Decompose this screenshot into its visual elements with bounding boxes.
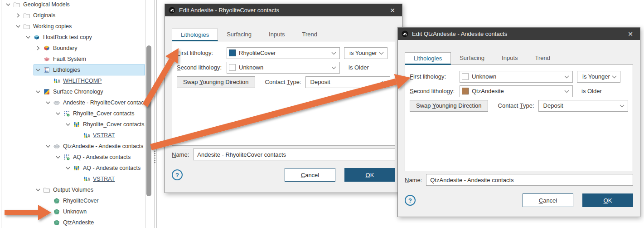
tree-item-andesite-rhyolitecover-contacts[interactable]: Andesite - RhyoliteCover contacts bbox=[44, 97, 145, 108]
splitter-line-right bbox=[156, 0, 157, 228]
app-logo-icon bbox=[402, 30, 408, 37]
tab-lithologies[interactable]: Lithologies bbox=[405, 52, 451, 65]
chevron-down-icon[interactable] bbox=[14, 23, 23, 30]
second-relation-text: is Older bbox=[349, 64, 369, 71]
volume-icon bbox=[53, 219, 60, 226]
name-input[interactable] bbox=[426, 174, 633, 186]
litho-icon bbox=[43, 66, 50, 74]
ok-button[interactable]: OK bbox=[344, 168, 395, 182]
cancel-button[interactable]: Cancel bbox=[523, 193, 573, 207]
chevron-down-icon bbox=[564, 88, 569, 94]
name-label: Name: bbox=[172, 151, 189, 158]
boundary-icon bbox=[43, 45, 50, 52]
chevron-right-icon[interactable] bbox=[14, 12, 23, 19]
chevron-down-icon[interactable] bbox=[34, 88, 43, 95]
tree-item-qtzandesite-andesite-contacts[interactable]: QtzAndesite - Andesite contacts bbox=[44, 141, 145, 152]
first-lithology-label: First lithology: bbox=[177, 50, 227, 56]
tree-item-working-copies[interactable]: Working copies bbox=[14, 21, 145, 32]
ok-button[interactable]: OK bbox=[582, 193, 633, 207]
tree-item-fault-system[interactable]: Fault System bbox=[34, 54, 145, 64]
columns-a-icon: A bbox=[82, 175, 90, 183]
tree-item-rhyolite-cover-contacts[interactable]: Rhyolite_Cover contacts bbox=[63, 119, 145, 130]
tree-item-hostrock-test-copy[interactable]: HostRock test copy bbox=[24, 32, 145, 43]
contact-type-select[interactable]: Deposit bbox=[538, 100, 628, 112]
chevron-down-icon[interactable] bbox=[53, 110, 63, 117]
swap-younging-direction-button[interactable]: Swap Younging Direction bbox=[410, 100, 488, 112]
second-lithology-label: Second lithology: bbox=[177, 64, 227, 71]
chevron-down-icon[interactable] bbox=[34, 186, 43, 193]
model-icon bbox=[33, 34, 40, 41]
chevron-spacer bbox=[44, 219, 53, 226]
tree-item-unknown[interactable]: Unknown bbox=[44, 206, 145, 217]
tree-item-rhyolitecover[interactable]: RhyoliteCover bbox=[44, 195, 145, 206]
close-icon[interactable]: ✕ bbox=[625, 30, 635, 38]
contact-type-label: Contact Type: bbox=[498, 102, 534, 109]
contact-type-value: Deposit bbox=[543, 102, 620, 109]
swap-younging-direction-button[interactable]: Swap Younging Direction bbox=[177, 76, 255, 88]
dialog1-title: Edit Andesite - RhyoliteCover contacts bbox=[179, 7, 387, 14]
tree-item-lithologies[interactable]: Lithologies bbox=[34, 64, 145, 75]
tree-item-geological-models[interactable]: Geological Models bbox=[4, 0, 145, 10]
splitter-line-left bbox=[154, 0, 155, 228]
second-lithology-select[interactable]: Unknown bbox=[227, 62, 340, 74]
tab-inputs[interactable]: Inputs bbox=[260, 29, 293, 41]
first-relation-select[interactable]: is Younger bbox=[344, 47, 387, 59]
chevron-down-icon[interactable] bbox=[4, 1, 13, 8]
name-label: Name: bbox=[405, 177, 422, 183]
help-icon[interactable]: ? bbox=[405, 195, 416, 206]
tree-scrollbar-thumb[interactable] bbox=[146, 45, 151, 196]
name-input[interactable] bbox=[193, 149, 395, 160]
chevron-down-icon[interactable] bbox=[44, 99, 53, 106]
chevron-spacer bbox=[34, 55, 43, 63]
chevron-spacer bbox=[73, 175, 82, 183]
tree-item-qtzandesite[interactable]: QtzAndesite bbox=[44, 217, 145, 228]
tab-trend[interactable]: Trend bbox=[294, 29, 326, 41]
columns-a-icon: A bbox=[82, 132, 90, 139]
chevron-down-icon[interactable] bbox=[63, 164, 73, 172]
chevron-down-icon bbox=[620, 102, 625, 109]
dialog2-titlebar[interactable]: Edit QtzAndesite - Andesite contacts ✕ bbox=[398, 28, 640, 40]
tab-inputs[interactable]: Inputs bbox=[493, 52, 526, 64]
tree-item-label: WHLITHCOMP bbox=[63, 78, 102, 84]
tree-item-vstrat[interactable]: AVSTRAT bbox=[73, 130, 145, 141]
dialog1-titlebar[interactable]: Edit Andesite - RhyoliteCover contacts ✕ bbox=[165, 4, 402, 16]
tree-item-boundary[interactable]: Boundary bbox=[34, 43, 145, 54]
tree-item-vstrat[interactable]: AVSTRAT bbox=[73, 173, 145, 184]
help-icon[interactable]: ? bbox=[172, 169, 183, 180]
tree-item-rhyolite-cover-contacts[interactable]: Rhyolite_Cover contacts bbox=[53, 108, 145, 119]
columns-icon bbox=[73, 121, 80, 128]
tree-item-aq-andesite-contacts[interactable]: AQ - Andesite contacts bbox=[53, 152, 145, 163]
tree-item-label: HostRock test copy bbox=[43, 34, 92, 40]
chevron-down-icon[interactable] bbox=[63, 121, 73, 128]
tree-item-surface-chronology[interactable]: Surface Chronology bbox=[34, 86, 145, 97]
tree-item-originals[interactable]: Originals bbox=[14, 10, 145, 21]
chevron-right-icon[interactable] bbox=[34, 45, 43, 52]
tree-item-label: Surface Chronology bbox=[53, 89, 103, 95]
tree-right-border bbox=[145, 0, 145, 228]
chevron-down-icon[interactable] bbox=[24, 34, 33, 41]
tree-item-output-volumes[interactable]: Output Volumes bbox=[34, 184, 145, 195]
tab-surfacing[interactable]: Surfacing bbox=[218, 29, 260, 41]
chevron-down-icon[interactable] bbox=[34, 66, 43, 74]
first-lithology-select[interactable]: Unknown bbox=[460, 71, 573, 83]
chevron-spacer bbox=[73, 132, 82, 139]
tab-trend[interactable]: Trend bbox=[527, 52, 559, 64]
tab-lithologies[interactable]: Lithologies bbox=[172, 29, 218, 41]
dialog2-title: Edit QtzAndesite - Andesite contacts bbox=[412, 30, 625, 37]
close-icon[interactable]: ✕ bbox=[387, 7, 397, 14]
tree-item-label: QtzAndesite bbox=[63, 219, 94, 226]
first-relation-select[interactable]: is Younger bbox=[577, 71, 620, 83]
cancel-button[interactable]: Cancel bbox=[285, 168, 335, 182]
chevron-down-icon[interactable] bbox=[44, 143, 53, 150]
tree-item-whlithcomp[interactable]: AWHLITHCOMP bbox=[44, 75, 145, 86]
second-lithology-select[interactable]: QtzAndesite bbox=[460, 85, 573, 97]
contact-type-select[interactable]: Deposit bbox=[305, 76, 390, 88]
first-lithology-select[interactable]: RhyoliteCover bbox=[227, 47, 340, 59]
tree-item-aq-andesite-contacts[interactable]: AQ - Andesite contacts bbox=[63, 163, 145, 173]
dialog1-lithologies-panel: First lithology: RhyoliteCover is Younge… bbox=[172, 41, 395, 146]
tab-surfacing[interactable]: Surfacing bbox=[451, 52, 493, 64]
panel-splitter-handle[interactable] bbox=[154, 151, 155, 164]
tree-item-label: Unknown bbox=[63, 208, 87, 215]
chevron-down-icon[interactable] bbox=[53, 154, 63, 161]
project-tree-panel: Geological ModelsOriginalsWorking copies… bbox=[0, 0, 145, 228]
